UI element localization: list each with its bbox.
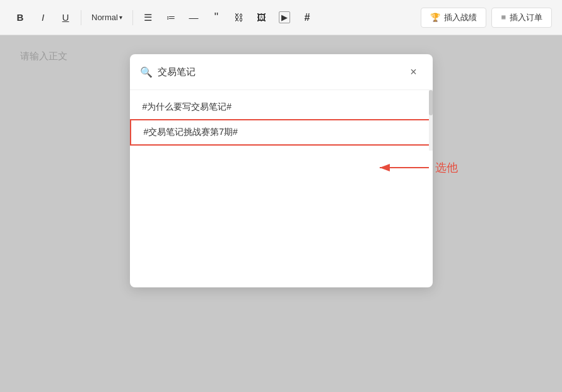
insert-challenge-label: 插入战绩	[444, 12, 477, 23]
video-icon: ▶	[279, 11, 290, 23]
link-icon: ⛓	[234, 12, 243, 23]
scrollbar-thumb	[429, 90, 433, 115]
hr-button[interactable]: —	[184, 8, 204, 28]
text-style-select[interactable]: Normal ▾	[86, 10, 127, 25]
insert-challenge-button[interactable]: 🏆 插入战绩	[421, 8, 486, 28]
bold-button[interactable]: B	[10, 8, 30, 28]
divider-1	[81, 10, 81, 25]
ordered-list-button[interactable]: ≔	[161, 8, 181, 28]
result-item-2[interactable]: #交易笔记挑战赛第7期#	[130, 119, 433, 146]
unordered-list-button[interactable]: ☰	[138, 8, 158, 28]
quote-button[interactable]: "	[206, 8, 226, 28]
quote-icon: "	[214, 11, 218, 24]
editor-area: 请输入正文 🔍 × #为什么要写交易笔记# #交易笔记挑战赛第7期#	[0, 35, 562, 392]
annotation-wrap: 选他	[372, 158, 458, 177]
list-unordered-icon: ☰	[144, 12, 152, 23]
search-input[interactable]	[158, 67, 400, 78]
trophy-icon: 🏆	[430, 13, 440, 22]
scrollbar[interactable]	[429, 90, 433, 151]
search-icon: 🔍	[140, 66, 153, 78]
chevron-down-icon: ▾	[119, 14, 122, 21]
list-ordered-icon: ≔	[167, 13, 175, 23]
hr-icon: —	[189, 12, 198, 23]
divider-2	[132, 10, 133, 25]
close-button[interactable]: ×	[405, 63, 423, 81]
annotation-text: 选他	[435, 160, 458, 175]
hash-button[interactable]: #	[297, 8, 317, 28]
underline-button[interactable]: U	[56, 8, 76, 28]
image-icon: 🖼	[257, 12, 266, 23]
arrow-icon	[372, 158, 435, 177]
image-button[interactable]: 🖼	[252, 8, 272, 28]
insert-order-label: 插入订单	[510, 12, 542, 23]
link-button[interactable]: ⛓	[229, 8, 249, 28]
modal-overlay: 🔍 × #为什么要写交易笔记# #交易笔记挑战赛第7期#	[0, 35, 562, 392]
modal-header: 🔍 ×	[130, 54, 433, 90]
text-style-label: Normal	[91, 13, 118, 22]
result-item-1[interactable]: #为什么要写交易笔记#	[130, 95, 433, 119]
hash-icon: #	[304, 12, 310, 23]
video-button[interactable]: ▶	[274, 8, 295, 28]
toolbar: B I U Normal ▾ ☰ ≔ — " ⛓ 🖼 ▶ # 🏆 插入战绩 ≡ …	[0, 0, 562, 35]
bar-chart-icon: ≡	[501, 13, 506, 22]
italic-button[interactable]: I	[33, 8, 53, 28]
insert-order-button[interactable]: ≡ 插入订单	[491, 8, 552, 28]
modal-body: #为什么要写交易笔记# #交易笔记挑战赛第7期#	[130, 90, 433, 151]
